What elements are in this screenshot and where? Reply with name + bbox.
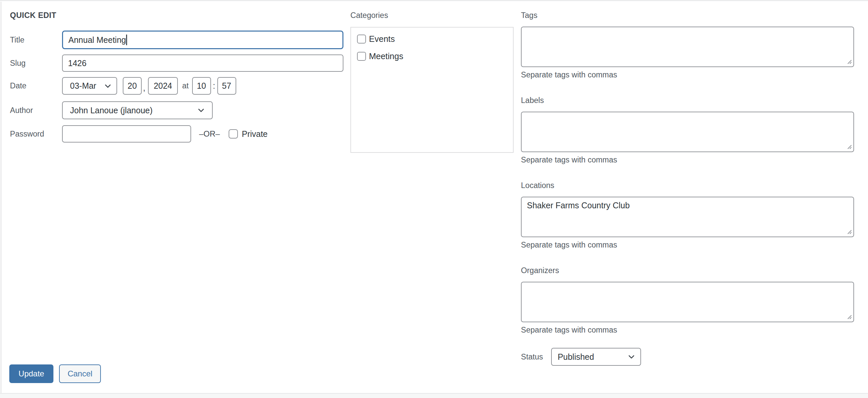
chevron-down-icon [627, 352, 636, 361]
slug-row: Slug [10, 55, 346, 72]
author-label: Author [10, 106, 62, 115]
locations-hint: Separate tags with commas [521, 240, 854, 250]
author-row: Author John Lanoue (jlanoue) [10, 101, 346, 119]
tags-textarea-wrap [521, 27, 854, 67]
locations-textarea[interactable]: Shaker Farms Country Club [521, 197, 854, 237]
status-select[interactable]: Published [551, 348, 641, 366]
chevron-down-icon [103, 82, 112, 90]
date-colon: : [213, 81, 215, 91]
organizers-textarea-wrap [521, 282, 854, 322]
tags-heading: Tags [521, 11, 854, 20]
year-input[interactable] [148, 77, 178, 95]
minute-input[interactable] [217, 77, 236, 95]
category-item: Events [357, 34, 507, 44]
categories-heading: Categories [350, 11, 514, 20]
date-comma: , [143, 83, 145, 93]
category-meetings-label: Meetings [369, 52, 403, 61]
action-buttons: Update Cancel [9, 365, 101, 383]
tags-textarea[interactable] [521, 27, 854, 67]
quick-edit-heading: QUICK EDIT [10, 11, 346, 20]
categories-column: Categories Events Meetings [350, 11, 514, 153]
row-top-border [0, 0, 868, 1]
taxonomies-column: Tags Separate tags with commas Labels Se… [521, 11, 854, 366]
day-input[interactable] [123, 77, 142, 95]
month-select-value: 03-Mar [70, 81, 96, 91]
or-separator-text: –OR– [199, 129, 220, 139]
status-row: Status Published [521, 348, 854, 366]
status-label: Status [521, 352, 543, 362]
labels-heading: Labels [521, 96, 854, 105]
category-events-label: Events [369, 34, 395, 44]
organizers-hint: Separate tags with commas [521, 325, 854, 335]
category-meetings-checkbox[interactable] [357, 52, 366, 61]
organizers-group: Organizers Separate tags with commas [521, 266, 854, 335]
locations-textarea-wrap: Shaker Farms Country Club [521, 197, 854, 237]
password-input[interactable] [62, 125, 191, 143]
author-select[interactable]: John Lanoue (jlanoue) [62, 101, 213, 119]
status-select-value: Published [558, 352, 594, 362]
category-item: Meetings [357, 52, 507, 61]
tags-group: Tags Separate tags with commas [521, 11, 854, 79]
password-row: Password –OR– Private [10, 125, 346, 143]
author-select-value: John Lanoue (jlanoue) [70, 106, 153, 115]
slug-input[interactable] [62, 55, 343, 72]
locations-group: Locations Shaker Farms Country Club Sepa… [521, 181, 854, 250]
private-label: Private [242, 129, 268, 139]
labels-textarea[interactable] [521, 112, 854, 152]
date-label: Date [10, 81, 62, 90]
title-input[interactable] [62, 31, 343, 49]
categories-box: Events Meetings [350, 27, 514, 153]
slug-label: Slug [10, 59, 62, 68]
row-left-border [1, 2, 1, 398]
category-events-checkbox[interactable] [357, 34, 366, 44]
title-input-wrap [62, 31, 343, 49]
password-label: Password [10, 130, 62, 139]
organizers-textarea[interactable] [521, 282, 854, 322]
tags-hint: Separate tags with commas [521, 70, 854, 79]
title-row: Title [10, 31, 346, 49]
date-row: Date 03-Mar , at : [10, 77, 346, 95]
hour-input[interactable] [192, 77, 211, 95]
organizers-heading: Organizers [521, 266, 854, 275]
update-button[interactable]: Update [9, 365, 54, 383]
labels-hint: Separate tags with commas [521, 155, 854, 165]
date-at-text: at [182, 81, 189, 90]
month-select[interactable]: 03-Mar [62, 77, 117, 95]
chevron-down-icon [197, 106, 206, 115]
row-bottom-border [0, 393, 868, 398]
private-checkbox[interactable] [228, 129, 238, 139]
cancel-button[interactable]: Cancel [59, 365, 101, 383]
labels-group: Labels Separate tags with commas [521, 96, 854, 165]
title-label: Title [10, 35, 62, 45]
labels-textarea-wrap [521, 112, 854, 152]
locations-heading: Locations [521, 181, 854, 190]
quick-edit-left-column: QUICK EDIT Title Slug Date 03-Mar , at :… [10, 11, 346, 148]
